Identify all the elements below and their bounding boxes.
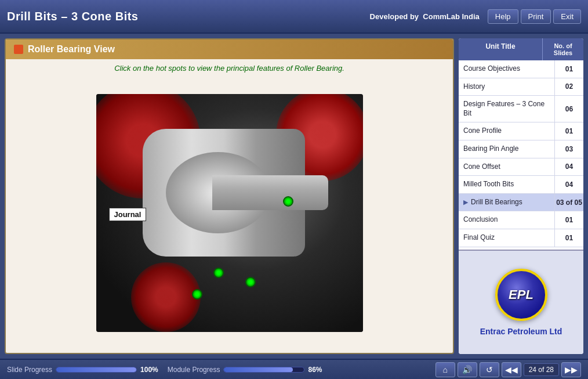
toc-item-slides: 02 xyxy=(554,78,583,96)
toc-item-title: Conclusion xyxy=(459,211,554,229)
toc-item-title: History xyxy=(459,78,554,96)
developed-by-label: Developed by CommLab India xyxy=(370,12,480,21)
toc-row[interactable]: Design Features – 3 Cone Bit06 xyxy=(459,96,583,122)
toc-item-title: Design Features – 3 Cone Bit xyxy=(459,96,554,122)
next-button[interactable]: ▶▶ xyxy=(561,362,581,377)
toc-list: Course Objectives01History02Design Featu… xyxy=(459,60,583,250)
toc-item-title: Course Objectives xyxy=(459,60,554,78)
app-title: Drill Bits – 3 Cone Bits xyxy=(7,10,139,23)
nav-controls: ⌂ 🔊 ↺ ◀◀ 24 of 28 ▶▶ xyxy=(435,362,581,377)
toc-row[interactable]: Course Objectives01 xyxy=(459,60,583,78)
toc-row[interactable]: History02 xyxy=(459,78,583,96)
toc-header: Unit Title No. of Slides xyxy=(459,38,583,60)
module-progress-group: Module Progress 86% xyxy=(168,366,322,374)
print-button[interactable]: Print xyxy=(521,9,551,24)
toc-item-slides: 06 xyxy=(554,96,583,122)
volume-button[interactable]: 🔊 xyxy=(458,362,477,377)
header-buttons: Help Print Exit xyxy=(488,9,581,24)
instruction-text: Click on the hot spots to view the princ… xyxy=(6,59,453,77)
main-area: Roller Bearing View Click on the hot spo… xyxy=(0,34,588,359)
toc-item-slides: 01 xyxy=(554,122,583,140)
exit-button[interactable]: Exit xyxy=(553,9,581,24)
toc-item-slides: 01 xyxy=(554,229,583,247)
toc-row[interactable]: Cone Profile01 xyxy=(459,122,583,140)
slide-progress-group: Slide Progress 100% xyxy=(7,366,158,374)
toc-row[interactable]: ▶ Drill Bit Bearings03 of 05 xyxy=(459,194,583,212)
epl-logo-area: EPL Entrac Petroleum Ltd xyxy=(459,250,583,354)
epl-company-name: Entrac Petroleum Ltd xyxy=(480,327,562,336)
bearing-shaft xyxy=(212,175,328,210)
toc-row[interactable]: Conclusion01 xyxy=(459,211,583,229)
toc-item-slides: 03 of 05 xyxy=(554,194,583,211)
replay-button[interactable]: ↺ xyxy=(480,362,499,377)
home-button[interactable]: ⌂ xyxy=(435,362,455,377)
journal-label: Journal xyxy=(109,208,147,221)
module-progress-fill xyxy=(224,367,293,372)
toc-row[interactable]: Cone Offset04 xyxy=(459,158,583,176)
red-shape-bottomleft xyxy=(131,262,201,332)
toc-item-slides: 01 xyxy=(554,211,583,229)
hotspot-4[interactable] xyxy=(192,289,202,299)
toc-col-unit-title: Unit Title xyxy=(459,38,543,60)
toc-item-title: Final Quiz xyxy=(459,229,554,247)
hotspot-1[interactable] xyxy=(283,196,293,207)
drill-image: Journal xyxy=(96,94,363,332)
app-header: Drill Bits – 3 Cone Bits Developed by Co… xyxy=(0,0,588,34)
prev-button[interactable]: ◀◀ xyxy=(502,362,521,377)
panel-icon xyxy=(14,45,23,54)
slide-counter: 24 of 28 xyxy=(524,363,559,376)
progress-section: Slide Progress 100% Module Progress 86% xyxy=(7,366,322,374)
toc-panel: Unit Title No. of Slides Course Objectiv… xyxy=(459,38,583,354)
toc-row[interactable]: Final Quiz01 xyxy=(459,229,583,247)
toc-item-title: Milled Tooth Bits xyxy=(459,176,554,193)
toc-item-title: Bearing Pin Angle xyxy=(459,140,554,158)
module-progress-label: Module Progress xyxy=(168,366,220,374)
toc-row[interactable]: Bearing Pin Angle03 xyxy=(459,140,583,158)
slide-progress-label: Slide Progress xyxy=(7,366,52,374)
epl-logo-circle: EPL xyxy=(495,269,547,321)
slide-progress-bar xyxy=(56,367,137,373)
footer: Slide Progress 100% Module Progress 86% … xyxy=(0,359,588,379)
slide-progress-fill xyxy=(56,367,136,372)
help-button[interactable]: Help xyxy=(488,9,518,24)
toc-item-title: Cone Offset xyxy=(459,158,554,176)
toc-item-title: ▶ Drill Bit Bearings xyxy=(459,194,554,211)
hotspot-2[interactable] xyxy=(213,268,224,278)
toc-item-slides: 01 xyxy=(554,60,583,78)
module-progress-bar xyxy=(223,367,304,373)
header-right-section: Developed by CommLab India Help Print Ex… xyxy=(370,9,581,24)
toc-item-title: Cone Profile xyxy=(459,122,554,140)
epl-logo-text: EPL xyxy=(509,287,533,302)
toc-item-slides: 04 xyxy=(554,176,583,193)
toc-item-slides: 04 xyxy=(554,158,583,176)
panel-title: Roller Bearing View xyxy=(28,44,115,55)
toc-col-slides: No. of Slides xyxy=(543,38,583,60)
toc-item-slides: 03 xyxy=(554,140,583,158)
content-panel: Roller Bearing View Click on the hot spo… xyxy=(5,38,454,354)
panel-header: Roller Bearing View xyxy=(6,39,453,59)
module-progress-value: 86% xyxy=(308,366,322,374)
toc-row[interactable]: Milled Tooth Bits04 xyxy=(459,176,583,194)
image-container: Journal xyxy=(6,77,453,353)
slide-progress-value: 100% xyxy=(140,366,158,374)
